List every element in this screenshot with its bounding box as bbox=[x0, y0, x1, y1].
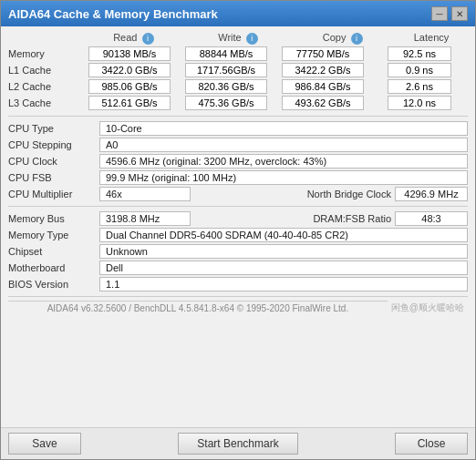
right-label: DRAM:FSB Ratio bbox=[313, 213, 391, 224]
close-button-bar[interactable]: Close bbox=[395, 433, 468, 455]
title-bar: AIDA64 Cache & Memory Benchmark ─ ✕ bbox=[1, 1, 475, 26]
copy-info-icon[interactable]: i bbox=[351, 33, 363, 45]
info-row: Chipset Unknown bbox=[8, 243, 468, 260]
row-label-1: L1 Cache bbox=[8, 65, 81, 76]
latency-value-3: 12.0 ns bbox=[388, 96, 451, 110]
latency-value-1: 0.9 ns bbox=[388, 63, 451, 77]
info-label: Chipset bbox=[8, 246, 99, 257]
button-bar: Save Start Benchmark Close bbox=[1, 427, 475, 459]
latency-value-2: 2.6 ns bbox=[388, 79, 451, 94]
info-row: CPU Type 10-Core bbox=[8, 120, 468, 137]
info-value: 99.9 MHz (original: 100 MHz) bbox=[99, 170, 468, 185]
copy-value-1: 3422.2 GB/s bbox=[282, 63, 364, 77]
info-value: Dell bbox=[99, 261, 468, 275]
info-value: 4596.6 MHz (original: 3200 MHz, overcloc… bbox=[99, 154, 468, 169]
info-row: Memory Bus 3198.8 MHz DRAM:FSB Ratio 48:… bbox=[8, 210, 468, 227]
info-label: Memory Bus bbox=[8, 213, 99, 224]
window-title: AIDA64 Cache & Memory Benchmark bbox=[8, 7, 218, 21]
main-window: AIDA64 Cache & Memory Benchmark ─ ✕ Read… bbox=[0, 0, 476, 460]
header-copy: Copy i bbox=[290, 32, 395, 45]
row-label-2: L2 Cache bbox=[8, 81, 81, 92]
info-label: CPU Clock bbox=[8, 156, 99, 167]
latency-value-0: 92.5 ns bbox=[388, 46, 451, 61]
info-label: CPU Stepping bbox=[8, 139, 99, 150]
info-label: Memory Type bbox=[8, 230, 99, 240]
header-write: Write i bbox=[186, 32, 291, 45]
minimize-button[interactable]: ─ bbox=[431, 6, 448, 21]
info-label: Motherboard bbox=[8, 262, 99, 273]
info-row: CPU FSB 99.9 MHz (original: 100 MHz) bbox=[8, 169, 468, 186]
info-row: CPU Stepping A0 bbox=[8, 137, 468, 153]
table-row: Memory 90138 MB/s 88844 MB/s 77750 MB/s … bbox=[8, 46, 468, 61]
table-row: L2 Cache 985.06 GB/s 820.36 GB/s 986.84 … bbox=[8, 79, 468, 94]
copy-value-3: 493.62 GB/s bbox=[282, 96, 364, 110]
divider-2 bbox=[8, 206, 468, 207]
right-value: 48:3 bbox=[395, 211, 468, 226]
info-row: Motherboard Dell bbox=[8, 260, 468, 276]
copy-value-0: 77750 MB/s bbox=[282, 46, 364, 61]
close-button[interactable]: ✕ bbox=[451, 6, 468, 21]
copy-value-2: 986.84 GB/s bbox=[282, 79, 364, 94]
cpu-info-section: CPU Type 10-Core CPU Stepping A0 CPU Clo… bbox=[8, 120, 468, 202]
content-area: Read i Write i Copy i Latency Memory 901… bbox=[1, 26, 475, 427]
read-value-1: 3422.0 GB/s bbox=[88, 63, 171, 77]
mem-info-section: Memory Bus 3198.8 MHz DRAM:FSB Ratio 48:… bbox=[8, 210, 468, 292]
write-value-0: 88844 MB/s bbox=[185, 46, 267, 61]
header-read: Read i bbox=[81, 32, 186, 45]
save-button[interactable]: Save bbox=[8, 433, 81, 455]
info-value: 3198.8 MHz bbox=[99, 211, 191, 226]
info-value: 46x bbox=[99, 187, 191, 201]
write-value-1: 1717.56GB/s bbox=[185, 63, 267, 77]
watermark: 闲鱼@顺火暖哈哈 bbox=[388, 301, 468, 315]
read-value-0: 90138 MB/s bbox=[88, 46, 171, 61]
table-header: Read i Write i Copy i Latency bbox=[81, 32, 468, 45]
row-label-0: Memory bbox=[8, 48, 81, 59]
header-latency: Latency bbox=[395, 32, 468, 45]
info-label: CPU Type bbox=[8, 123, 99, 134]
write-info-icon[interactable]: i bbox=[246, 33, 258, 45]
table-row: L3 Cache 512.61 GB/s 475.36 GB/s 493.62 … bbox=[8, 96, 468, 110]
read-info-icon[interactable]: i bbox=[142, 33, 154, 45]
right-label: North Bridge Clock bbox=[307, 189, 391, 199]
divider-1 bbox=[8, 116, 468, 117]
info-row: CPU Multiplier 46x North Bridge Clock 42… bbox=[8, 186, 468, 202]
info-row: CPU Clock 4596.6 MHz (original: 3200 MHz… bbox=[8, 153, 468, 169]
row-label-3: L3 Cache bbox=[8, 97, 81, 108]
read-value-2: 985.06 GB/s bbox=[88, 79, 171, 94]
info-value: Unknown bbox=[99, 244, 468, 259]
info-value: 10-Core bbox=[99, 121, 468, 136]
info-row: BIOS Version 1.1 bbox=[8, 276, 468, 292]
info-value: Dual Channel DDR5-6400 SDRAM (40-40-40-8… bbox=[99, 228, 468, 242]
info-value: 1.1 bbox=[99, 277, 468, 291]
info-label: CPU FSB bbox=[8, 172, 99, 183]
write-value-3: 475.36 GB/s bbox=[185, 96, 267, 110]
start-benchmark-button[interactable]: Start Benchmark bbox=[178, 433, 297, 455]
footer-bench-info: AIDA64 v6.32.5600 / BenchDLL 4.5.841.8-x… bbox=[8, 301, 388, 315]
write-value-2: 820.36 GB/s bbox=[185, 79, 267, 94]
info-value: A0 bbox=[99, 138, 468, 152]
read-value-3: 512.61 GB/s bbox=[88, 96, 171, 110]
info-label: CPU Multiplier bbox=[8, 189, 99, 199]
window-controls: ─ ✕ bbox=[431, 6, 468, 21]
benchmark-table: Memory 90138 MB/s 88844 MB/s 77750 MB/s … bbox=[8, 46, 468, 112]
info-row: Memory Type Dual Channel DDR5-6400 SDRAM… bbox=[8, 227, 468, 243]
info-label: BIOS Version bbox=[8, 279, 99, 290]
divider-3 bbox=[8, 296, 468, 297]
table-row: L1 Cache 3422.0 GB/s 1717.56GB/s 3422.2 … bbox=[8, 63, 468, 77]
right-value: 4296.9 MHz bbox=[395, 187, 468, 201]
